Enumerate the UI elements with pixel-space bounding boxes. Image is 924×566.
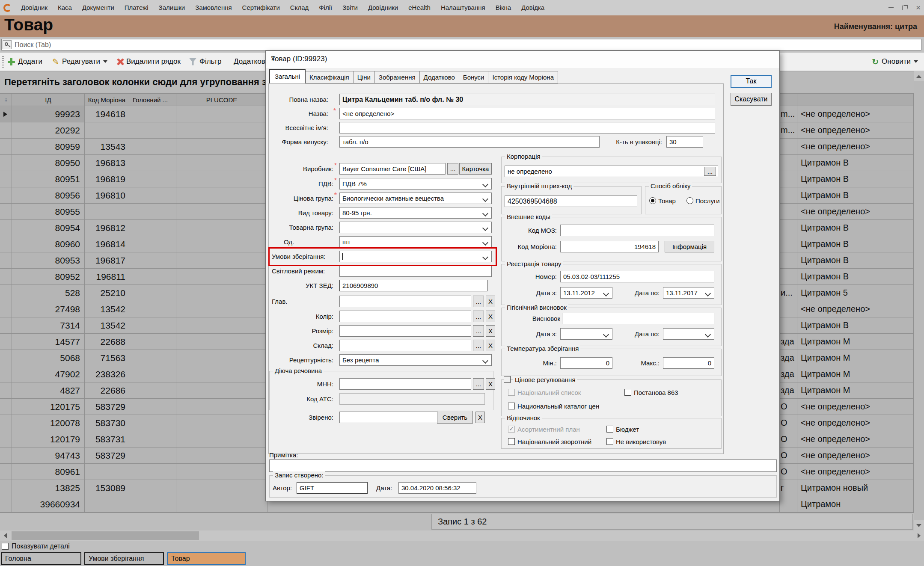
reg-date-to-combo[interactable]: 13.11.2017: [663, 287, 714, 299]
row-indicator[interactable]: [0, 139, 12, 155]
world-name-field[interactable]: [339, 122, 715, 133]
cell-empty[interactable]: [129, 252, 176, 269]
cell-morion-code[interactable]: [85, 496, 129, 513]
vat-combo[interactable]: ПДВ 7%: [339, 178, 492, 190]
cell-empty[interactable]: [176, 350, 267, 366]
cell-id[interactable]: 80950: [12, 155, 85, 171]
cell-name[interactable]: Цитрамон В: [797, 236, 914, 252]
cell-name[interactable]: <не определено>: [797, 139, 914, 155]
dialog-tab-3[interactable]: Ціни: [354, 71, 375, 83]
cell-name[interactable]: <не определено>: [797, 447, 914, 464]
storage-conditions-combo[interactable]: [339, 251, 492, 262]
budget-checkbox[interactable]: [606, 426, 613, 433]
cell-empty[interactable]: [129, 204, 176, 220]
cell-empty[interactable]: [176, 431, 267, 447]
cell-id[interactable]: 80952: [12, 269, 85, 285]
manufacturer-field[interactable]: Bayer Consumer Care [США]: [339, 163, 446, 175]
dialog-tab-5[interactable]: Додатково: [420, 71, 459, 83]
cell-id[interactable]: 4827: [12, 382, 85, 399]
goods-radio[interactable]: [649, 197, 656, 204]
warehouse-browse-button[interactable]: ...: [473, 340, 484, 351]
cell-id[interactable]: 80953: [12, 252, 85, 269]
cell-name[interactable]: <не определено>: [797, 122, 914, 139]
verify-button[interactable]: Сверить: [437, 411, 473, 424]
scrollbar-thumb[interactable]: [12, 531, 199, 540]
cell-empty[interactable]: [129, 301, 176, 317]
edit-button[interactable]: ✎ Редагувати: [52, 53, 107, 71]
column-header-main[interactable]: Головний ...: [129, 93, 176, 106]
menu-item-2[interactable]: Каса: [53, 0, 77, 15]
price-regulation-checkbox[interactable]: [504, 376, 511, 383]
cell-morion-code[interactable]: 238326: [85, 366, 129, 382]
cell-empty[interactable]: [129, 399, 176, 415]
cell-morion-code[interactable]: 583729: [85, 399, 129, 415]
size-browse-button[interactable]: ...: [473, 325, 484, 337]
resolution-863-checkbox[interactable]: [624, 389, 631, 396]
cell-partial[interactable]: зда: [780, 350, 797, 366]
cell-morion-code[interactable]: 25210: [85, 285, 129, 301]
product-kind-combo[interactable]: 80-95 грн.: [339, 207, 492, 219]
manufacturer-browse-button[interactable]: ...: [447, 163, 458, 175]
cell-id[interactable]: 7314: [12, 317, 85, 334]
cell-name[interactable]: Цитрамон В: [797, 187, 914, 204]
reg-date-from-combo[interactable]: 13.11.2012: [560, 287, 612, 299]
ok-button[interactable]: Так: [731, 75, 772, 88]
color-field[interactable]: [339, 311, 471, 322]
cell-empty[interactable]: [129, 285, 176, 301]
cell-id[interactable]: 20292: [12, 122, 85, 139]
cell-name[interactable]: Цитрамон В: [797, 317, 914, 334]
cell-id[interactable]: 120078: [12, 415, 85, 431]
restore-icon[interactable]: [902, 6, 907, 10]
cell-partial[interactable]: г: [780, 480, 797, 496]
cell-id[interactable]: 27498: [12, 301, 85, 317]
cell-empty[interactable]: [129, 447, 176, 464]
dialog-tab-7[interactable]: Історія коду Моріона: [488, 71, 558, 83]
row-indicator[interactable]: [0, 496, 12, 513]
cell-empty[interactable]: [129, 139, 176, 155]
cell-morion-code[interactable]: 194618: [85, 106, 129, 122]
cell-partial[interactable]: [780, 171, 797, 187]
cell-id[interactable]: 528: [12, 285, 85, 301]
row-indicator[interactable]: [0, 366, 12, 382]
cell-empty[interactable]: [176, 382, 267, 399]
ukt-zed-field[interactable]: 2106909890: [339, 280, 487, 291]
cell-name[interactable]: <не определено>: [797, 301, 914, 317]
verified-clear-button[interactable]: X: [475, 412, 485, 423]
column-header-plucode[interactable]: PLUCODE: [176, 93, 267, 106]
cell-morion-code[interactable]: [85, 122, 129, 139]
cell-id[interactable]: 80960: [12, 236, 85, 252]
cell-empty[interactable]: [176, 187, 267, 204]
mnn-field[interactable]: [339, 378, 471, 390]
menu-item-8[interactable]: Склад: [285, 0, 314, 15]
menu-item-9[interactable]: Філії: [314, 0, 337, 15]
filter-button[interactable]: Фільтр: [189, 53, 221, 71]
cell-empty[interactable]: [129, 334, 176, 350]
cell-id[interactable]: 80951: [12, 171, 85, 187]
size-clear-button[interactable]: X: [486, 325, 495, 337]
cell-empty[interactable]: [176, 415, 267, 431]
glav-browse-button[interactable]: ...: [473, 296, 484, 307]
cell-name[interactable]: Цитрамон В: [797, 171, 914, 187]
dialog-tab-1[interactable]: Загальні: [269, 69, 306, 83]
row-indicator[interactable]: [0, 382, 12, 399]
glav-clear-button[interactable]: X: [486, 296, 495, 307]
cell-name[interactable]: <не определено>: [797, 464, 914, 480]
pack-qty-field[interactable]: 30: [666, 136, 703, 148]
dialog-tab-2[interactable]: Класифікація: [306, 71, 354, 83]
cell-empty[interactable]: [176, 301, 267, 317]
cell-name[interactable]: Цитрамон В: [797, 269, 914, 285]
not-used-checkbox[interactable]: [606, 438, 613, 445]
menu-item-13[interactable]: Налаштування: [436, 0, 490, 15]
cell-empty[interactable]: [129, 382, 176, 399]
cell-empty[interactable]: [129, 366, 176, 382]
row-indicator[interactable]: [0, 399, 12, 415]
show-details-checkbox[interactable]: [2, 543, 9, 550]
cell-partial[interactable]: [780, 317, 797, 334]
national-return-checkbox[interactable]: [508, 438, 515, 445]
full-name-field[interactable]: Цитра Кальцемин таб. п/о фл. № 30: [339, 94, 715, 105]
cell-id[interactable]: 13825: [12, 480, 85, 496]
vertical-scrollbar[interactable]: [914, 71, 924, 530]
row-indicator[interactable]: [0, 480, 12, 496]
cell-name[interactable]: Цитрамон В: [797, 252, 914, 269]
cell-partial[interactable]: m...: [780, 122, 797, 139]
